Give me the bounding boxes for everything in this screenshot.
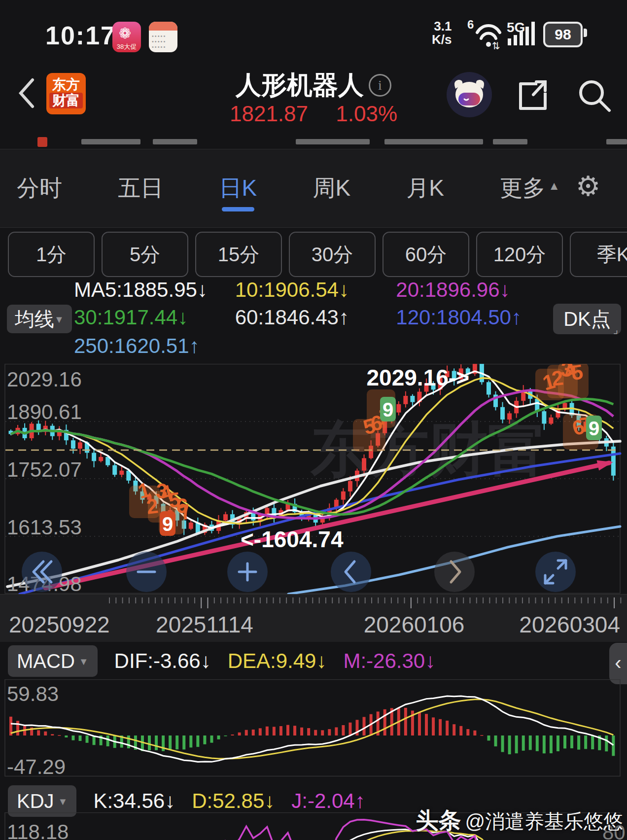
ma-value: 10:1906.54↓ (235, 278, 396, 302)
tab-月K[interactable]: 月K (404, 163, 446, 213)
chart-nav-left-button[interactable] (331, 552, 371, 592)
y-axis-label: 1613.53 (7, 516, 82, 539)
ma-value: 250:1620.51↑ (74, 334, 237, 358)
calendar-icon: ••••••••••••••• (149, 22, 177, 52)
dk-point-button[interactable]: DK点⌟ (553, 304, 621, 334)
tab-周K[interactable]: 周K (311, 163, 352, 213)
chart-nav-plus-button[interactable] (227, 552, 268, 592)
network-speed: 3.1 K/s (432, 20, 452, 46)
clock: 10:17 (45, 21, 116, 50)
current-price: 1821.87 (230, 102, 308, 126)
macd-y-max: 59.83 (7, 682, 59, 705)
share-button[interactable] (515, 78, 549, 112)
page-title: 人形机器人 (236, 70, 364, 99)
heart-icon: ❁ (119, 25, 131, 42)
settings-gear-icon[interactable]: ⚙ (576, 169, 600, 204)
chart-nav-minus-button[interactable] (126, 552, 167, 592)
ma-value: MA5:1885.95↓ (74, 278, 235, 302)
period-button-60分[interactable]: 60分 (383, 232, 469, 277)
indicator-value: J:-2.04↑ (291, 789, 365, 813)
period-button-120分[interactable]: 120分 (476, 232, 563, 277)
assistant-avatar[interactable] (447, 72, 492, 117)
battery-indicator: 98 (543, 22, 583, 47)
date-axis: 20250922202511142026010620260304 (0, 594, 627, 642)
date-label: 20250922 (9, 611, 110, 638)
ma-settings-button[interactable]: 均线▼ (7, 305, 72, 333)
stock-app-screen: 10:17 ❁ 38大促 ••••••••••••••• 3.1 K/s 6 ⇅… (0, 0, 627, 840)
period-button-5分[interactable]: 5分 (102, 232, 188, 277)
macd-chart[interactable]: 59.83-47.29 (0, 679, 627, 777)
high-annotation: 2029.16-> (367, 365, 469, 390)
indicator-collapse-button[interactable]: ‹ (609, 643, 627, 684)
chart-type-tabbar: 分时五日日K周K月K更多▲ ⚙ (0, 149, 627, 228)
kdj-y-label: 118.18 (7, 820, 69, 840)
watermark: 头条@消遣养基乐悠悠 (416, 805, 623, 836)
date-label: 20260304 (519, 611, 620, 638)
svg-text:9: 9 (383, 399, 393, 420)
y-axis-label: 1752.07 (7, 458, 82, 481)
dif-line (11, 696, 613, 762)
signal-bars-icon (508, 22, 542, 45)
change-percent: 1.03% (336, 102, 397, 126)
ma-value: 30:1917.44↓ (74, 306, 235, 329)
tab-更多[interactable]: 更多▲ (498, 163, 562, 213)
indicator-value: M:-26.30↓ (343, 649, 435, 673)
date-label: 20260106 (364, 611, 465, 638)
period-button-1分[interactable]: 1分 (8, 232, 95, 277)
y-axis-label: 1890.61 (7, 400, 82, 423)
tab-五日[interactable]: 五日 (116, 163, 165, 213)
svg-text:9: 9 (162, 513, 173, 535)
period-button-30分[interactable]: 30分 (289, 232, 376, 277)
date-label: 20251114 (156, 611, 253, 638)
kline-chart[interactable]: 东方财富123456795679123456792029.16-><-1604.… (0, 364, 627, 594)
ma-value: 60:1846.43↑ (235, 306, 396, 329)
macd-y-min: -47.29 (7, 755, 66, 777)
period-button-季K[interactable]: 季K (570, 232, 627, 277)
promo-app-icon: ❁ 38大促 (112, 22, 141, 52)
ma-value: 120:1804.50↑ (396, 306, 557, 329)
indicator-value: K:34.56↓ (93, 789, 175, 813)
indicator-value: D:52.85↓ (192, 789, 275, 813)
chart-nav-rewind-button[interactable] (22, 552, 62, 592)
ma-value: 20:1896.96↓ (396, 278, 557, 302)
svg-text:⇅: ⇅ (492, 40, 500, 50)
y-axis-label: 2029.16 (7, 368, 82, 391)
tab-分时[interactable]: 分时 (15, 163, 64, 213)
search-button[interactable] (577, 78, 612, 113)
chart-nav-right-button[interactable] (434, 552, 475, 592)
macd-header: MACD▼ DIF:-3.66↓DEA:9.49↓M:-26.30↓ (0, 643, 627, 679)
tab-日K[interactable]: 日K (217, 163, 259, 213)
svg-text:9: 9 (589, 418, 599, 439)
ma-values-panel: MA5:1885.95↓10:1906.54↓20:1896.96↓ 均线▼ 3… (0, 277, 627, 364)
chart-nav-expand-button[interactable] (535, 552, 576, 592)
status-bar: 10:17 ❁ 38大促 ••••••••••••••• 3.1 K/s 6 ⇅… (0, 14, 627, 59)
indicator-value: DIF:-3.66↓ (114, 649, 211, 673)
low-annotation: <-1604.74 (241, 526, 344, 552)
indicator-value: DEA:9.49↓ (228, 649, 327, 673)
header: 东方 财富 人形机器人i 1821.87 1.03% (0, 63, 627, 130)
macd-selector-button[interactable]: MACD▼ (8, 645, 98, 677)
period-buttons: 1分5分15分30分60分120分季K (0, 232, 627, 277)
wifi-icon: 6 ⇅ (466, 19, 504, 52)
signal-digit: 5 (570, 364, 584, 385)
period-button-15分[interactable]: 15分 (195, 232, 282, 277)
svg-text:6: 6 (467, 19, 474, 31)
clipped-ticker-row (0, 131, 627, 149)
info-icon[interactable]: i (369, 74, 391, 97)
